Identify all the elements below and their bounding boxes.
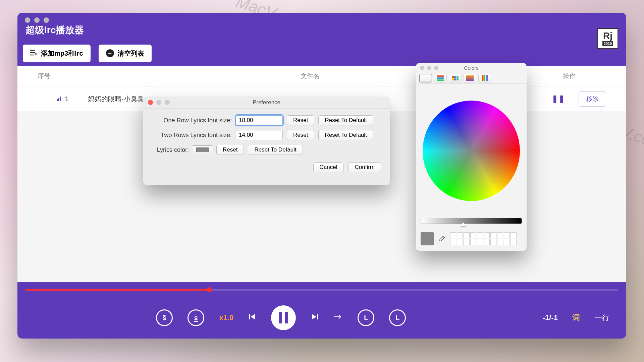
- repeat-mode-button[interactable]: [333, 313, 343, 322]
- playing-icon: [57, 97, 63, 101]
- tab-color-wheel[interactable]: [419, 74, 432, 82]
- color-reset-button[interactable]: Reset: [216, 145, 244, 155]
- op-cell: ❚❚ 移除: [532, 91, 606, 107]
- minimize-icon: [156, 100, 161, 105]
- window-controls: [25, 17, 49, 23]
- app-logo: Rj 2019: [597, 28, 618, 49]
- colors-panel: Colors: [416, 63, 527, 251]
- two-row-font-input[interactable]: [236, 130, 283, 140]
- color-reset-default-button[interactable]: Reset To Default: [248, 145, 303, 155]
- player-bar: s̄ s̲ x1.0 L L -1/-1 词 一行: [17, 282, 626, 339]
- table-header: 序号 文件名 操作: [17, 66, 626, 86]
- two-row-label: Two Rows Lyrics font size:: [152, 132, 232, 139]
- color-wheel[interactable]: [423, 101, 520, 201]
- lyric-mode-l1-button[interactable]: L: [358, 309, 374, 326]
- prev-button[interactable]: [248, 313, 256, 323]
- toolbar: 添加mp3和lrc − 清空列表: [17, 41, 626, 66]
- app-title: 超级lrc播放器: [25, 24, 84, 37]
- color-wheel-icon: [422, 75, 429, 81]
- color-picker-tabs: [416, 72, 527, 84]
- zoom-icon[interactable]: [44, 17, 49, 23]
- col-op: 操作: [532, 72, 606, 80]
- speed-label[interactable]: x1.0: [219, 313, 233, 322]
- close-icon[interactable]: [420, 66, 424, 70]
- close-icon[interactable]: [148, 100, 153, 105]
- pause-icon: [279, 312, 288, 323]
- color-label: Lyrics color:: [152, 146, 189, 154]
- one-row-reset-default-button[interactable]: Reset To Default: [318, 115, 373, 125]
- confirm-button[interactable]: Confirm: [348, 162, 381, 172]
- seq-number: 1: [65, 95, 68, 103]
- lyrics-toggle-button[interactable]: 词: [573, 313, 580, 323]
- logo-year: 2019: [602, 41, 613, 46]
- zoom-icon[interactable]: [434, 66, 438, 70]
- svg-rect-0: [249, 314, 250, 319]
- two-row-reset-default-button[interactable]: Reset To Default: [318, 130, 373, 140]
- remove-button[interactable]: 移除: [579, 91, 606, 107]
- one-row-label: One Row Lyrics font size:: [152, 117, 232, 124]
- cancel-button[interactable]: Cancel: [313, 162, 344, 172]
- color-swatch-button[interactable]: [193, 145, 212, 154]
- close-icon[interactable]: [25, 17, 30, 23]
- current-color-swatch[interactable]: [421, 232, 434, 245]
- progress-thumb[interactable]: [207, 287, 212, 292]
- color-swatch-icon: [196, 147, 209, 152]
- row-pause-icon[interactable]: ❚❚: [552, 95, 565, 103]
- list-add-icon: [30, 50, 38, 57]
- add-files-button[interactable]: 添加mp3和lrc: [23, 45, 91, 62]
- lyric-mode-l2-button[interactable]: L: [389, 309, 406, 326]
- seq-cell: 1: [38, 95, 88, 103]
- brightness-thumb[interactable]: [461, 222, 466, 226]
- loop-start-button[interactable]: s̄: [156, 309, 173, 326]
- colors-title-text: Colors: [464, 65, 478, 71]
- tab-pencils[interactable]: [478, 74, 491, 82]
- pencils-icon: [482, 75, 488, 81]
- two-row-reset-button[interactable]: Reset: [287, 130, 314, 140]
- next-button[interactable]: [311, 313, 319, 323]
- sliders-icon: [437, 75, 444, 81]
- minimize-icon[interactable]: [427, 66, 431, 70]
- play-pause-button[interactable]: [271, 305, 296, 330]
- dialog-window-controls: [148, 100, 170, 105]
- preference-dialog: Preference One Row Lyrics font size: Res…: [143, 97, 390, 185]
- row-mode-button[interactable]: 一行: [595, 313, 609, 323]
- add-files-label: 添加mp3和lrc: [41, 49, 83, 58]
- one-row-font-input[interactable]: [236, 115, 283, 125]
- tab-image-palettes[interactable]: [464, 74, 476, 82]
- clear-list-label: 清空列表: [117, 49, 144, 58]
- image-icon: [466, 75, 474, 81]
- saved-swatches[interactable]: [450, 232, 517, 245]
- loop-end-button[interactable]: s̲: [187, 309, 204, 326]
- col-seq: 序号: [38, 72, 88, 80]
- colors-title: Colors: [416, 63, 527, 72]
- titlebar: 超级lrc播放器 Rj 2019: [17, 13, 626, 41]
- eyedropper-button[interactable]: [437, 234, 447, 243]
- tab-color-palettes[interactable]: [449, 74, 462, 82]
- dialog-title: Preference: [143, 97, 390, 109]
- tab-color-sliders[interactable]: [434, 74, 447, 82]
- svg-rect-1: [317, 314, 318, 319]
- progress-bar[interactable]: [17, 282, 626, 297]
- dialog-title-text: Preference: [253, 99, 280, 106]
- color-wheel-cursor[interactable]: [468, 148, 474, 154]
- clear-list-button[interactable]: − 清空列表: [99, 45, 152, 62]
- zoom-icon: [165, 100, 170, 105]
- palette-icon: [452, 76, 459, 80]
- minus-circle-icon: −: [106, 49, 114, 57]
- position-label: -1/-1: [543, 313, 558, 322]
- colors-window-controls: [420, 66, 438, 70]
- player-controls: s̄ s̲ x1.0 L L -1/-1 词 一行: [17, 297, 626, 339]
- one-row-reset-button[interactable]: Reset: [287, 115, 314, 125]
- logo-initials: Rj: [603, 31, 612, 41]
- minimize-icon[interactable]: [34, 17, 40, 23]
- brightness-slider[interactable]: [421, 218, 522, 224]
